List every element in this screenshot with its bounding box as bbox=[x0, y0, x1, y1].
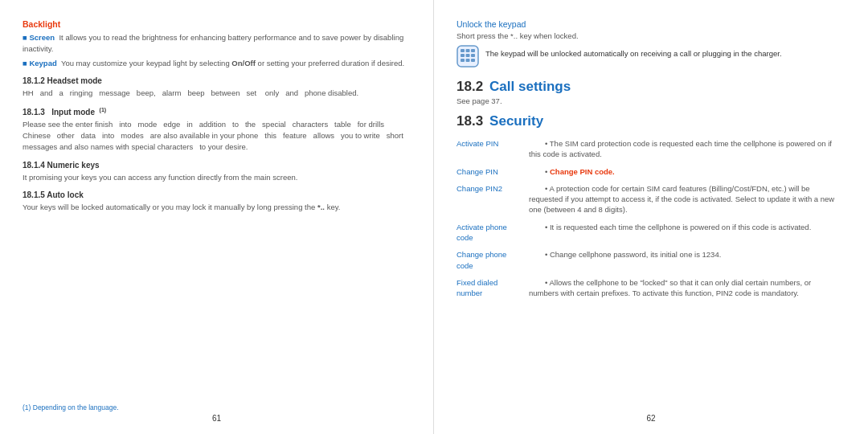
table-row: Change PIN2 A protection code for certai… bbox=[457, 181, 845, 219]
section-183-name: Security bbox=[489, 113, 543, 129]
numeric-keys-text: It promising your keys you can access an… bbox=[23, 172, 411, 183]
backlight-section: Backlight ■ Screen It allows you to read… bbox=[23, 19, 411, 68]
keypad-info-box: The keypad will be unlocked automaticall… bbox=[457, 45, 845, 68]
change-pin-highlight: Change PIN code. bbox=[550, 167, 615, 176]
keypad-icon bbox=[457, 45, 479, 68]
fixed-dialed-desc: Allows the cellphone to be "locked" so t… bbox=[529, 275, 845, 303]
svg-rect-7 bbox=[461, 59, 465, 62]
fixed-dialed-label: Fixed dialednumber bbox=[457, 275, 529, 303]
unlock-keypad-title: Unlock the keypad bbox=[457, 19, 845, 29]
input-mode-text: Please see the enter finish into mode ed… bbox=[23, 119, 411, 152]
svg-rect-4 bbox=[461, 54, 465, 57]
change-pin2-label: Change PIN2 bbox=[457, 181, 529, 219]
screen-entry: ■ Screen It allows you to read the brigh… bbox=[23, 32, 411, 55]
change-pin-desc: Change PIN code. bbox=[529, 164, 845, 181]
headset-heading: 18.1.2 Headset mode bbox=[23, 76, 411, 85]
keypad-entry: ■ Keypad You may customize your keypad l… bbox=[23, 58, 411, 69]
table-row: Activate PIN The SIM card protection cod… bbox=[457, 136, 845, 164]
footnote: (1) Depending on the language. bbox=[23, 403, 119, 411]
svg-rect-2 bbox=[466, 49, 470, 52]
left-page: Backlight ■ Screen It allows you to read… bbox=[0, 0, 434, 434]
change-pin-label: Change PIN bbox=[457, 164, 529, 181]
table-row: Activate phonecode It is requested each … bbox=[457, 219, 845, 248]
section-182-title-row: 18.2 Call settings bbox=[457, 79, 845, 95]
section-183-num: 18.3 bbox=[457, 113, 483, 129]
table-row: Change PIN Change PIN code. bbox=[457, 164, 845, 181]
see-page-text: See page 37. bbox=[457, 96, 845, 105]
input-mode-heading: 18.1.3 Input mode (1) bbox=[23, 107, 411, 117]
unlock-short-press: Short press the *.. key when locked. bbox=[457, 31, 845, 40]
headset-text: HH and a ringing message beep, alarm bee… bbox=[23, 88, 411, 99]
change-phone-code-label: Change phonecode bbox=[457, 247, 529, 275]
activate-pin-label: Activate PIN bbox=[457, 136, 529, 164]
svg-rect-6 bbox=[471, 54, 475, 57]
svg-rect-8 bbox=[466, 59, 470, 62]
screen-label: ■ Screen bbox=[23, 33, 55, 42]
change-phone-code-desc: Change cellphone password, its initial o… bbox=[529, 247, 845, 275]
headset-section: 18.1.2 Headset mode HH and a ringing mes… bbox=[23, 76, 411, 99]
svg-rect-9 bbox=[471, 59, 475, 62]
auto-lock-heading: 18.1.5 Auto lock bbox=[23, 190, 411, 199]
keypad-svg-icon bbox=[457, 45, 479, 68]
unlock-keypad-section: Unlock the keypad Short press the *.. ke… bbox=[457, 19, 845, 68]
activate-pin-desc: The SIM card protection code is requeste… bbox=[529, 136, 845, 164]
backlight-heading: Backlight bbox=[23, 19, 411, 29]
section-182-num: 18.2 bbox=[457, 79, 483, 95]
keypad-auto-unlock-text: The keypad will be unlocked automaticall… bbox=[485, 45, 782, 59]
auto-lock-text: Your keys will be locked automatically o… bbox=[23, 202, 411, 213]
svg-rect-5 bbox=[466, 54, 470, 57]
section-18-3: 18.3 Security bbox=[457, 113, 845, 129]
section-182-name: Call settings bbox=[489, 79, 571, 95]
keypad-label: ■ Keypad bbox=[23, 59, 57, 68]
page-number-left: 61 bbox=[212, 414, 221, 423]
numeric-keys-section: 18.1.4 Numeric keys It promising your ke… bbox=[23, 161, 411, 183]
section-18-2: 18.2 Call settings See page 37. bbox=[457, 79, 845, 105]
table-row: Fixed dialednumber Allows the cellphone … bbox=[457, 275, 845, 303]
svg-rect-3 bbox=[471, 49, 475, 52]
right-page: Unlock the keypad Short press the *.. ke… bbox=[434, 0, 868, 434]
security-table-body: Activate PIN The SIM card protection cod… bbox=[457, 136, 845, 303]
table-row: Change phonecode Change cellphone passwo… bbox=[457, 247, 845, 275]
auto-lock-section: 18.1.5 Auto lock Your keys will be locke… bbox=[23, 190, 411, 213]
security-table: Activate PIN The SIM card protection cod… bbox=[457, 136, 845, 303]
numeric-keys-heading: 18.1.4 Numeric keys bbox=[23, 161, 411, 170]
input-mode-section: 18.1.3 Input mode (1) Please see the ent… bbox=[23, 107, 411, 153]
activate-phone-code-label: Activate phonecode bbox=[457, 219, 529, 248]
page-number-right: 62 bbox=[646, 414, 655, 423]
change-pin2-desc: A protection code for certain SIM card f… bbox=[529, 181, 845, 219]
activate-phone-code-desc: It is requested each time the cellphone … bbox=[529, 219, 845, 248]
section-183-title-row: 18.3 Security bbox=[457, 113, 845, 129]
svg-rect-1 bbox=[461, 49, 465, 52]
